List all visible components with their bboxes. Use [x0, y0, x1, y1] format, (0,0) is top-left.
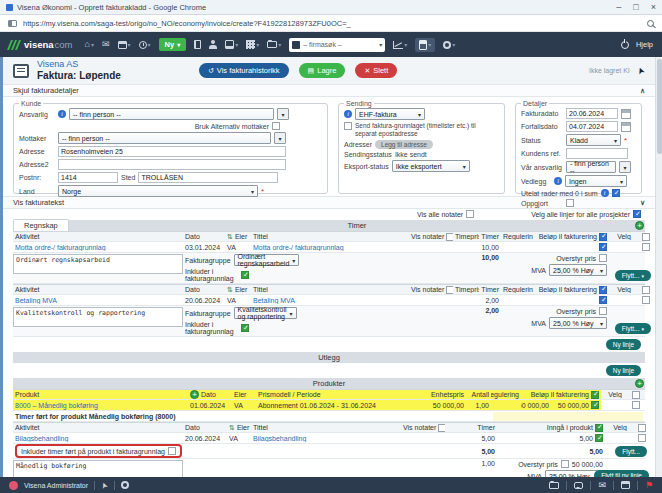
til-fakturering-all-checkbox[interactable]: [599, 233, 607, 241]
visena-logo[interactable]: visenacom: [9, 39, 73, 50]
velg-all-checkbox[interactable]: [632, 391, 640, 399]
chevron-up-icon[interactable]: ∧: [640, 87, 645, 95]
ansvarlig-select[interactable]: -- finn person --: [69, 108, 274, 120]
mva-select[interactable]: 25,00 % Høy▾: [549, 317, 607, 329]
mva-select[interactable]: 25,00 % Høy▾: [549, 264, 607, 276]
mail-menu[interactable]: ✉: [102, 40, 110, 49]
land-select[interactable]: Norge▾: [58, 185, 258, 197]
flytt-button[interactable]: Flytt...: [615, 446, 647, 457]
info-icon[interactable]: i: [554, 177, 562, 185]
var-ansvarlig-select[interactable]: - finn person --: [566, 161, 616, 173]
inkluder-timer-checkbox[interactable]: [168, 447, 176, 455]
timer-row[interactable]: Betaling MVA 20.06.2024 VA Betaling MVA …: [13, 295, 645, 306]
activity-link[interactable]: Bilagsbehandling: [13, 435, 183, 442]
overstyr-pris-checkbox[interactable]: [599, 307, 607, 315]
velg-all-checkbox[interactable]: [642, 286, 650, 294]
documents-menu[interactable]: [267, 41, 281, 48]
utelat-checkbox[interactable]: [612, 189, 620, 197]
vertical-scrollbar[interactable]: [655, 57, 662, 477]
status-select[interactable]: Kladd▾: [566, 134, 621, 146]
flytt-button[interactable]: Flytt...▾: [615, 270, 651, 281]
vis-notater-checkbox[interactable]: [438, 424, 445, 432]
sort-icon[interactable]: ⇅: [227, 233, 233, 241]
sort-icon[interactable]: ⇅: [227, 286, 233, 294]
contacts-menu[interactable]: [209, 40, 217, 49]
chat-icon[interactable]: [574, 482, 583, 489]
forfallsdato-input[interactable]: [566, 121, 618, 132]
oppgjort-checkbox[interactable]: [566, 199, 574, 207]
address-url[interactable]: https://my.visena.com/saga-test/origo/no…: [23, 19, 351, 28]
settings-icon[interactable]: [121, 481, 129, 489]
vis-notater-checkbox[interactable]: [446, 233, 453, 241]
sort-icon[interactable]: ⇅: [229, 424, 235, 432]
reports-menu[interactable]: [393, 41, 407, 49]
calendar-icon[interactable]: [621, 481, 630, 489]
save-button[interactable]: ▤Lagre: [299, 63, 346, 78]
innga-checkbox[interactable]: [595, 434, 603, 442]
ledger-menu[interactable]: [194, 40, 201, 49]
info-icon[interactable]: i: [601, 189, 609, 197]
search-icon[interactable]: [647, 20, 654, 27]
pin-icon[interactable]: ⚑: [645, 480, 653, 490]
close-button[interactable]: ×: [651, 3, 656, 12]
group-note-textarea[interactable]: Kvalitetskontroll og rapportering: [13, 307, 183, 327]
product-row[interactable]: 8000 – Månedlig bokføring 01.06.2024 VA …: [13, 400, 645, 411]
mottaker-select[interactable]: -- finn person --: [58, 132, 271, 144]
ny-linje-button[interactable]: Ny linje: [606, 365, 641, 376]
activity-link[interactable]: Motta ordre-/ fakturagrunnlag: [13, 244, 183, 251]
firmasok-select[interactable]: – firmasøk – ▾: [289, 38, 385, 52]
add-product-icon[interactable]: +: [635, 379, 644, 388]
inkluder-checkbox[interactable]: [241, 324, 249, 332]
postnr-input[interactable]: [58, 172, 118, 183]
product-link[interactable]: 8000 – Månedlig bokføring: [13, 400, 188, 410]
settings-menu[interactable]: [443, 41, 455, 49]
home-menu[interactable]: ⌂: [85, 40, 94, 49]
delete-button[interactable]: ✕Slett: [355, 63, 397, 78]
til-fakturering-all-checkbox[interactable]: [591, 391, 599, 399]
til-fakturering-all-checkbox[interactable]: [599, 286, 607, 294]
product-note-textarea[interactable]: Månedlig bokføring: [13, 460, 183, 477]
info-icon[interactable]: i: [344, 110, 352, 118]
eksport-select[interactable]: Ikke eksportert▾: [392, 160, 470, 172]
overstyr-pris-checkbox[interactable]: [599, 254, 607, 262]
velg-checkbox[interactable]: [642, 243, 650, 251]
vis-notater-checkbox[interactable]: [446, 286, 453, 294]
modules-menu[interactable]: [246, 40, 259, 49]
info-icon[interactable]: i: [58, 110, 66, 118]
legg-til-adresse-button[interactable]: Legg til adresse: [375, 140, 433, 149]
flytt-til-ny-linje-button[interactable]: Flytt til ny linje: [594, 470, 649, 477]
timer-row[interactable]: Motta ordre-/ fakturagrunnlag 03.01.2024…: [13, 242, 645, 253]
inkluder-checkbox[interactable]: [241, 271, 249, 279]
archive-menu[interactable]: [225, 40, 238, 49]
hide-details-bar[interactable]: Skjul fakturadetaljer ∧: [3, 85, 655, 97]
regnskap-tab[interactable]: Regnskap: [13, 219, 69, 231]
mail-icon[interactable]: ✉: [598, 481, 606, 490]
add-row-icon[interactable]: +: [190, 390, 199, 399]
bruk-alternativ-checkbox[interactable]: [272, 122, 280, 130]
ny-button[interactable]: Ny: [159, 38, 187, 51]
adresse2-input[interactable]: [58, 159, 286, 170]
logout-button[interactable]: [621, 41, 629, 49]
calendar-picker-icon[interactable]: [621, 122, 631, 132]
ny-linje-button[interactable]: Ny linje: [606, 339, 641, 350]
mottaker-dropdown-button[interactable]: ▾: [274, 132, 286, 144]
folder-icon[interactable]: [549, 482, 559, 489]
velg-checkbox[interactable]: [638, 434, 646, 442]
chevron-down-icon[interactable]: ∨: [640, 199, 645, 207]
velg-all-checkbox[interactable]: [642, 233, 650, 241]
velg-checkbox[interactable]: [642, 296, 650, 304]
activity-link[interactable]: Betaling MVA: [13, 297, 183, 304]
history-button[interactable]: ↺Vis fakturahistorikk: [199, 63, 289, 78]
send-grunnlag-checkbox[interactable]: [344, 122, 352, 130]
til-fakturering-checkbox[interactable]: [599, 296, 607, 304]
add-timer-icon[interactable]: +: [635, 221, 644, 230]
maximize-button[interactable]: □: [633, 3, 638, 12]
var-ansvarlig-dropdown-button[interactable]: ▾: [619, 161, 631, 173]
product-timer-row[interactable]: Bilagsbehandling 20.06.2024 VA Bilagsbeh…: [13, 433, 645, 444]
innga-all-checkbox[interactable]: [595, 424, 603, 432]
vis-alle-notater-checkbox[interactable]: [466, 210, 474, 218]
ansvarlig-dropdown-button[interactable]: ▾: [277, 108, 289, 120]
sted-input[interactable]: [138, 172, 278, 183]
site-info-icon[interactable]: [8, 20, 17, 27]
row-tittel[interactable]: Bilagsbehandling: [251, 435, 401, 442]
